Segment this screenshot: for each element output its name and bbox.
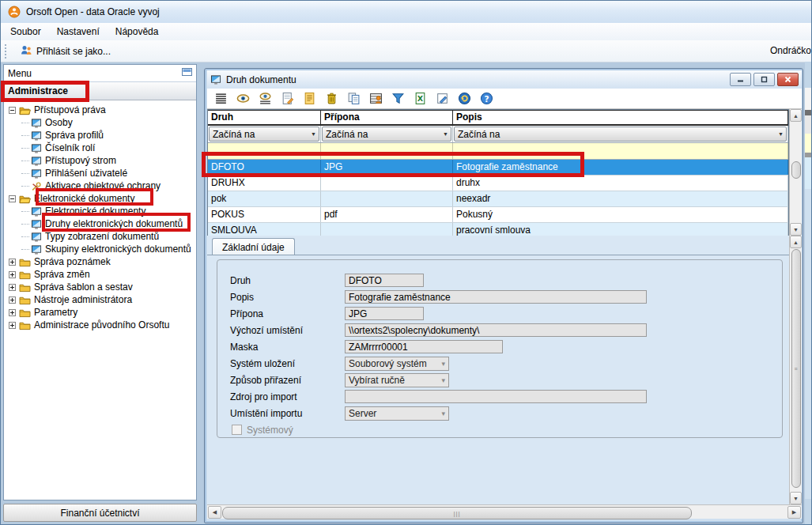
document-window-title: Druh dokumentu <box>226 74 296 85</box>
copy-document-icon[interactable] <box>346 92 361 106</box>
plus-expander-icon[interactable] <box>9 309 16 316</box>
field-label: Výchozí umístění <box>230 325 345 336</box>
tree-item-elektronicke-dokumenty[interactable]: Elektronické dokumenty <box>4 192 196 205</box>
field-label: Popis <box>230 292 345 303</box>
edit-cell-icon[interactable] <box>435 92 449 106</box>
new-document-icon[interactable] <box>280 92 294 106</box>
filter-operator-dropdown-pripona[interactable]: Začíná na▼ <box>322 127 451 142</box>
filter-input-druh[interactable] <box>208 143 321 159</box>
umisteni-importu-dropdown[interactable]: Server▾ <box>345 406 449 421</box>
tree-item-sprava-poznamek[interactable]: Správa poznámek <box>4 255 196 268</box>
scroll-down-icon[interactable]: ▼ <box>790 492 802 504</box>
chevron-down-icon: ▾ <box>441 410 445 417</box>
vychozi-umisteni-input[interactable]: \\ortexts2\spolecny\dokumenty\ <box>345 323 647 337</box>
tree-item-administrace-puvodniho-orsoftu[interactable]: Administrace původního Orsoftu <box>4 319 196 331</box>
tree-item-pristupovy-strom[interactable]: Přístupový strom <box>4 154 196 167</box>
rows-icon[interactable] <box>213 92 228 106</box>
filter-icon[interactable] <box>391 92 405 106</box>
column-header-druh[interactable]: Druh <box>208 111 321 124</box>
menu-item-nastaveni[interactable]: Nastavení <box>49 24 108 40</box>
tree-item-sprava-zmen[interactable]: Správa změn <box>4 268 196 281</box>
tree-item-sprava-profilu[interactable]: Správa profilů <box>4 129 196 142</box>
plus-expander-icon[interactable] <box>9 296 16 304</box>
filter-operator-dropdown-popis[interactable]: Začíná na▼ <box>454 127 787 142</box>
tree-item-ciselnik-roli[interactable]: Číselník rolí <box>4 142 196 154</box>
horizontal-scroll-thumb[interactable]: ||| <box>222 507 692 519</box>
druh-dokumentu-window: Druh dokumentu X? DruhPříponaPopis Začín… <box>204 68 803 523</box>
field-row-maska: MaskaZAMrrrr00001 <box>230 339 782 354</box>
pripona-input[interactable]: JPG <box>345 307 424 320</box>
table-row-pokus[interactable]: POKUSpdfPokusný <box>208 207 788 223</box>
druh-input[interactable]: DFOTO <box>345 274 424 287</box>
eye-rows-icon[interactable] <box>258 92 272 106</box>
tree-guide <box>21 186 29 187</box>
refresh-icon[interactable] <box>457 92 471 106</box>
zdroj-pro-import-input[interactable] <box>345 390 647 403</box>
tree-item-parametry[interactable]: Parametry <box>4 306 196 319</box>
scroll-right-icon[interactable]: ▶ <box>787 506 801 519</box>
detail-scroll-thumb[interactable]: ≡ <box>791 249 801 488</box>
minimize-button[interactable] <box>730 73 751 86</box>
table-rows: DFOTOJPGFotografie zaměstnanceDRUHXdruhx… <box>208 160 788 239</box>
table-row-pok[interactable]: pokneexadr <box>208 191 788 207</box>
plus-expander-icon[interactable] <box>9 271 16 278</box>
minus-expander-icon[interactable] <box>9 107 16 114</box>
collapse-panel-icon[interactable] <box>182 67 192 79</box>
eye-icon[interactable] <box>236 92 250 106</box>
systemovy-checkbox[interactable] <box>232 425 242 435</box>
table-row-dfoto[interactable]: DFOTOJPGFotografie zaměstnance <box>208 160 788 176</box>
field-label: Zdroj pro import <box>230 391 345 402</box>
financni-ucetnictvi-button[interactable]: Finanční účetnictví <box>3 504 197 522</box>
person-grid-icon[interactable] <box>368 92 383 106</box>
tree-item-druhy-elektronickych-dokumentu[interactable]: Druhy elektronických dokumentů <box>4 217 196 230</box>
filter-input-popis[interactable] <box>453 143 788 159</box>
menu-item-napoveda[interactable]: Nápověda <box>108 24 167 40</box>
zpusob-prirazeni-dropdown[interactable]: Vybírat ručně▾ <box>345 373 449 387</box>
scroll-down-icon[interactable]: ▼ <box>790 223 802 236</box>
scroll-up-icon[interactable]: ▲ <box>790 236 802 248</box>
system-ulozeni-dropdown[interactable]: Souborový systém▾ <box>345 357 449 371</box>
tree-item-skupiny-elektronickych-dokumentu[interactable]: Skupiny elektronických dokumentů <box>4 243 196 255</box>
close-button[interactable] <box>777 73 799 86</box>
filter-operator-row: Začíná na▼Začíná na▼Začíná na▼ <box>208 126 788 143</box>
tree-item-sprava-sablon-a-sestav[interactable]: Správa šablon a sestav <box>4 281 196 293</box>
delete-icon[interactable] <box>324 92 338 106</box>
scroll-left-icon[interactable]: ◀ <box>208 506 221 519</box>
filter-operator-dropdown-druh[interactable]: Začíná na▼ <box>209 127 319 142</box>
horizontal-scrollbar[interactable]: ◀ ||| ▶ <box>207 504 802 519</box>
table-scroll-thumb[interactable] <box>791 161 801 179</box>
tree-item-typy-zobrazeni-dokumentu[interactable]: Typy zobrazení dokumentů <box>4 230 196 243</box>
tree-item-elektronicke-dokumenty[interactable]: Elektronické dokumenty <box>4 205 196 217</box>
tree-item-nastroje-administratora[interactable]: Nástroje administrátora <box>4 293 196 306</box>
background-window-edge <box>805 62 812 525</box>
help-icon[interactable]: ? <box>479 92 493 106</box>
column-header-pripona[interactable]: Přípona <box>321 111 453 124</box>
scroll-up-icon[interactable]: ▲ <box>790 109 802 122</box>
menu-item-soubor[interactable]: Soubor <box>2 24 49 40</box>
plus-expander-icon[interactable] <box>9 284 16 291</box>
tree-item-osoby[interactable]: Osoby <box>4 116 196 129</box>
excel-export-icon[interactable]: X <box>413 92 427 106</box>
navigation-tree: Přístupová právaOsobySpráva profilůČísel… <box>4 100 196 331</box>
tree-item-aktivace-objektove-ochrany[interactable]: Aktivace objektové ochrany <box>4 179 196 192</box>
filter-input-pripona[interactable] <box>321 143 453 159</box>
detail-vertical-scrollbar[interactable]: ▲ ≡ ▼ <box>789 236 802 504</box>
tree-item-pristupova-prava[interactable]: Přístupová práva <box>4 104 196 116</box>
section-header-administrace[interactable]: Administrace <box>4 82 196 100</box>
column-header-popis[interactable]: Popis <box>453 111 788 124</box>
tree-item-prihlaseni-uzivatele[interactable]: Přihlášení uživatelé <box>4 167 196 179</box>
main-toolbar: Přihlásit se jako... Ondráčko <box>1 40 812 62</box>
form-icon <box>31 219 42 229</box>
minus-expander-icon[interactable] <box>9 195 16 202</box>
form-icon <box>31 206 42 217</box>
maska-input[interactable]: ZAMrrrr00001 <box>345 340 503 353</box>
table-row-druhx[interactable]: DRUHXdruhx <box>208 176 788 191</box>
plus-expander-icon[interactable] <box>9 259 16 266</box>
restore-button[interactable] <box>753 73 775 86</box>
popis-input[interactable]: Fotografie zaměstnance <box>345 290 647 304</box>
table-vertical-scrollbar[interactable]: ▲ ▼ <box>789 109 802 236</box>
plus-expander-icon[interactable] <box>9 322 16 329</box>
edit-document-icon[interactable] <box>302 92 316 106</box>
tab-zakladni-udaje[interactable]: Základní údaje <box>212 238 295 255</box>
login-as-button[interactable]: Přihlásit se jako... <box>15 43 115 60</box>
